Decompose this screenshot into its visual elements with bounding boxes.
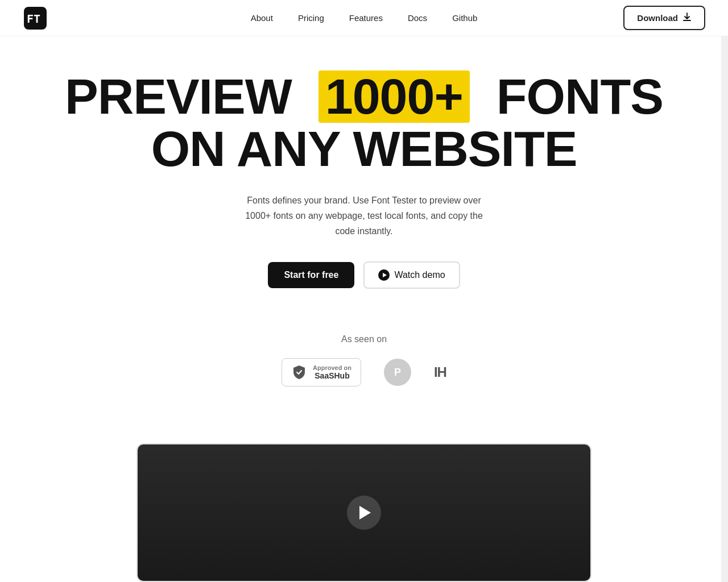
download-label: Download	[637, 13, 678, 23]
nav-pricing[interactable]: Pricing	[288, 9, 334, 27]
video-wrapper	[0, 443, 728, 582]
as-seen-on-label: As seen on	[23, 334, 705, 344]
producthunt-badge[interactable]: P	[384, 359, 411, 386]
start-for-free-button[interactable]: Start for free	[268, 262, 354, 288]
saashub-line2: SaaSHub	[313, 371, 351, 380]
saashub-badge[interactable]: Approved on SaaSHub	[282, 358, 361, 386]
nav-about[interactable]: About	[241, 9, 283, 27]
saashub-line1: Approved on	[313, 364, 351, 371]
nav-github[interactable]: Github	[442, 9, 487, 27]
hero-title-line2: ON ANY WEBSITE	[151, 120, 577, 177]
hero-section: PREVIEW 1000+ FONTS ON ANY WEBSITE Fonts…	[0, 36, 728, 438]
video-play-button[interactable]	[347, 496, 381, 530]
download-icon	[682, 13, 692, 23]
logo[interactable]: FT	[23, 6, 48, 31]
social-proof-section: As seen on Approved on SaaSHub P IH	[23, 334, 705, 386]
nav-docs[interactable]: Docs	[398, 9, 437, 27]
hero-title-after: FONTS	[497, 68, 663, 124]
navbar: FT About Pricing Features Docs Github Do…	[0, 0, 728, 36]
scrollbar[interactable]	[721, 0, 728, 582]
video-inner	[138, 444, 590, 581]
hero-title-before: PREVIEW	[65, 68, 292, 124]
watch-demo-label: Watch demo	[394, 270, 445, 280]
nav-links: About Pricing Features Docs Github	[241, 9, 488, 27]
play-icon	[378, 269, 390, 281]
saashub-text: Approved on SaaSHub	[313, 364, 351, 380]
logo-icon: FT	[23, 6, 48, 31]
hero-title-highlight: 1000+	[318, 70, 470, 123]
hero-buttons: Start for free Watch demo	[23, 261, 705, 289]
hero-subtitle: Fonts defines your brand. Use Font Teste…	[239, 193, 489, 239]
saashub-shield-icon	[291, 364, 307, 380]
indiehackers-badge[interactable]: IH	[434, 364, 446, 380]
badges-row: Approved on SaaSHub P IH	[23, 358, 705, 386]
nav-features[interactable]: Features	[339, 9, 393, 27]
download-button[interactable]: Download	[623, 6, 705, 30]
video-container	[136, 443, 592, 582]
watch-demo-button[interactable]: Watch demo	[363, 261, 460, 289]
svg-text:FT: FT	[27, 12, 40, 26]
hero-title: PREVIEW 1000+ FONTS ON ANY WEBSITE	[23, 70, 705, 176]
